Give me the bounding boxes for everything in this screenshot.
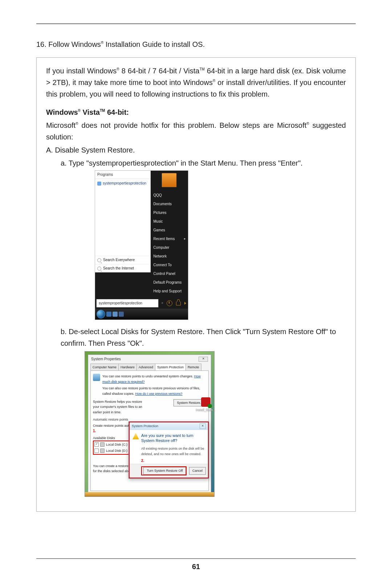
search-internet[interactable]: Search the Internet: [95, 264, 151, 272]
info-row-1: You can use restore points to undo unwan…: [93, 373, 206, 397]
info2-link[interactable]: How do I use previous versions?: [135, 392, 183, 396]
shield-icon: [93, 374, 100, 381]
start-menu: Programs systempropertiesprotection Sear…: [95, 170, 188, 320]
step16-suf: Installation Guide to install OS.: [103, 40, 205, 48]
turn-off-button[interactable]: Turn System Restore Off: [143, 467, 186, 474]
confirm-close[interactable]: ✕: [200, 423, 206, 429]
clear-icon[interactable]: ×: [160, 300, 165, 306]
confirm-titlebar: System Protection ✕: [130, 422, 208, 430]
close-button[interactable]: ✕: [199, 357, 208, 362]
p2-b: does not provide hotfix for this problem…: [78, 121, 307, 129]
tab-hardware[interactable]: Hardware: [118, 364, 137, 370]
tab-advanced[interactable]: Advanced: [136, 364, 155, 370]
bottom-rule: [36, 558, 356, 559]
power-icon[interactable]: [167, 300, 172, 306]
search-everywhere[interactable]: Search Everywhere: [95, 256, 151, 264]
step-A: A. Disable System Restore.: [46, 144, 346, 156]
right-item-pictures[interactable]: Pictures: [153, 208, 186, 217]
screenshot-start-menu: Programs systempropertiesprotection Sear…: [95, 170, 346, 320]
tab-system-protection[interactable]: System Protection: [155, 364, 186, 370]
vista-heading: Windows® VistaTM 64-bit:: [46, 106, 346, 118]
power-controls: [165, 300, 188, 306]
step16-pre: 16. Follow Windows: [36, 40, 101, 48]
info-text-1: You can use restore points to undo unwan…: [102, 374, 206, 396]
start-menu-right-pane: QQQ Documents Pictures Music Games Recen…: [151, 171, 188, 298]
search-icon: [97, 267, 101, 271]
drive-icon: [100, 449, 105, 453]
search-input[interactable]: systempropertiesprotection: [96, 299, 159, 308]
flash-installer-icon: [201, 397, 211, 407]
page-number: 61: [36, 563, 356, 571]
dialog-title: System Properties: [91, 356, 121, 362]
taskbar-icon[interactable]: [106, 312, 111, 317]
p1-a: If you install Windows: [46, 67, 117, 75]
h-sup1: ®: [78, 109, 81, 113]
right-item-computer[interactable]: Computer: [153, 243, 186, 252]
right-item-music[interactable]: Music: [153, 217, 186, 226]
note-p2: Microsoft® does not provide hotfix for t…: [46, 119, 346, 143]
user-avatar[interactable]: [162, 173, 177, 187]
p1-sup1: ®: [117, 67, 119, 71]
confirm-message: Are you sure you want to turn System Res…: [141, 433, 205, 443]
confirm-title: System Protection: [132, 423, 158, 429]
top-rule: [36, 23, 356, 24]
callout-1: 1.: [93, 429, 96, 433]
desktop-shortcut-label: install_flash...: [196, 407, 216, 413]
tab-remote[interactable]: Remote: [185, 364, 201, 370]
restore-help-text: System Restore helps you restore your co…: [93, 399, 147, 415]
step-A-a: a. Type "systempropertiesprotection" in …: [61, 157, 346, 169]
col-disks: Available Disks: [93, 435, 115, 441]
right-item-default-programs[interactable]: Default Programs: [153, 278, 186, 287]
document-page: 16. Follow Windows® Installation Guide t…: [0, 0, 392, 588]
start-menu-left-pane: Programs systempropertiesprotection Sear…: [95, 171, 151, 272]
right-item-help[interactable]: Help and Support: [153, 287, 186, 296]
spacer: [95, 188, 151, 256]
taskbar-icon[interactable]: [113, 312, 118, 317]
desktop-shortcut[interactable]: install_flash...: [196, 397, 216, 413]
right-item-connect[interactable]: Connect To: [153, 261, 186, 269]
info1-a: You can use restore points to undo unwan…: [102, 374, 194, 378]
step-A-b: b. De-select Local Disks for System Rest…: [61, 326, 346, 349]
checkbox-d[interactable]: [94, 449, 99, 453]
callout-2: 2.: [141, 459, 144, 463]
start-orb-icon[interactable]: [97, 310, 105, 319]
tab-strip: Computer Name Hardware Advanced System P…: [88, 364, 211, 370]
taskbar: [95, 309, 188, 320]
start-menu-top: Programs systempropertiesprotection Sear…: [95, 171, 188, 298]
p1-sup2: TM: [199, 67, 204, 71]
cancel-button[interactable]: Cancel: [189, 467, 206, 474]
right-item-network[interactable]: Network: [153, 252, 186, 261]
chevron-right-icon[interactable]: [184, 302, 186, 305]
note-box: If you install Windows® 8 64-bit / 7 64-…: [36, 57, 356, 512]
h-c: 64-bit:: [105, 108, 129, 116]
desktop-wrap: System Properties ✕ Computer Name Hardwa…: [85, 351, 215, 497]
h-a: Windows: [46, 108, 78, 116]
confirm-dialog: System Protection ✕ Are you sure you wan…: [128, 421, 209, 479]
program-result-item[interactable]: systempropertiesprotection: [95, 179, 151, 188]
right-item-control-panel[interactable]: Control Panel: [153, 269, 186, 278]
tab-computer-name[interactable]: Computer Name: [90, 364, 119, 370]
search-internet-label: Search the Internet: [103, 265, 134, 271]
right-item-games[interactable]: Games: [153, 226, 186, 235]
confirm-content: Are you sure you want to turn System Res…: [130, 430, 208, 446]
user-name[interactable]: QQQ: [153, 191, 186, 200]
search-icon: [97, 258, 101, 262]
drive-icon: [100, 442, 105, 447]
p2-sup1: ®: [75, 122, 78, 126]
right-item-recent[interactable]: Recent Items: [153, 235, 186, 243]
search-everywhere-label: Search Everywhere: [103, 257, 135, 263]
p2-sup2: ®: [306, 122, 309, 126]
right-item-documents[interactable]: Documents: [153, 200, 186, 208]
dialog-titlebar: System Properties ✕: [88, 355, 211, 364]
programs-header: Programs: [95, 171, 151, 179]
confirm-buttons: Turn System Restore Off Cancel: [130, 464, 208, 477]
search-bar-row: systempropertiesprotection ×: [95, 298, 188, 309]
taskbar-icon[interactable]: [119, 312, 124, 317]
h-b: Vista: [81, 108, 100, 116]
restore-help-row: System Restore helps you restore your co…: [93, 399, 206, 415]
lock-icon[interactable]: [176, 301, 181, 305]
checkbox-c[interactable]: ✓: [94, 442, 99, 447]
taskbar-strip: [85, 492, 214, 496]
confirm-subtext: All existing restore points on the disk …: [130, 446, 208, 458]
confirm-body-highlight: System Protection ✕ Are you sure you wan…: [129, 422, 209, 478]
